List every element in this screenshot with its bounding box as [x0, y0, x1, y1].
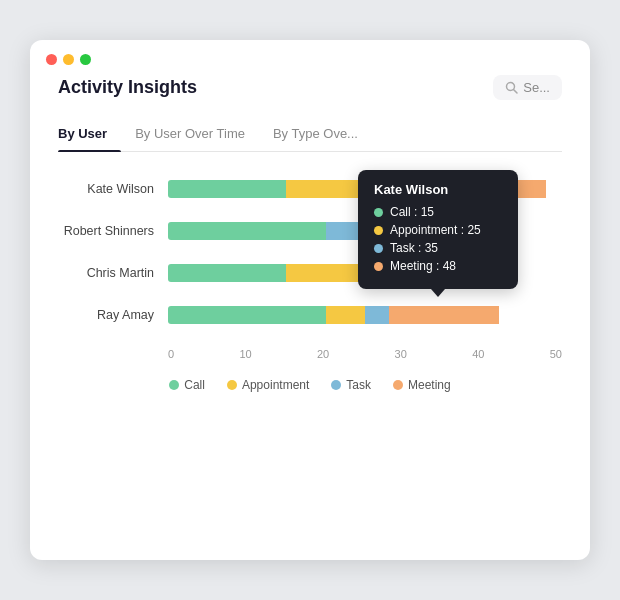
- bar-appointment-kate: [286, 180, 365, 198]
- legend-task-dot: [331, 380, 341, 390]
- bar-meeting-ray: [389, 306, 499, 324]
- tooltip-row-task: Task : 35: [374, 241, 502, 255]
- header-row: Activity Insights Se...: [58, 75, 562, 100]
- x-tick-10: 10: [239, 348, 251, 360]
- bar-call-kate: [168, 180, 286, 198]
- tab-by-user-over-time[interactable]: By User Over Time: [135, 118, 259, 151]
- close-dot[interactable]: [46, 54, 57, 65]
- search-icon: [505, 81, 518, 94]
- tab-bar: By User By User Over Time By Type Ove...: [58, 118, 562, 152]
- search-label: Se...: [523, 80, 550, 95]
- tooltip-call-label: Call : 15: [390, 205, 502, 219]
- app-window: Activity Insights Se... By User By User …: [30, 40, 590, 560]
- bar-appointment-ray: [326, 306, 365, 324]
- legend-meeting-label: Meeting: [408, 378, 451, 392]
- legend-meeting: Meeting: [393, 378, 451, 392]
- bar-call-chris: [168, 264, 286, 282]
- bar-call-robert: [168, 222, 326, 240]
- chart-legend: Call Appointment Task Meeting: [58, 378, 562, 392]
- bar-call-ray: [168, 306, 326, 324]
- tooltip-appointment-dot: [374, 226, 383, 235]
- x-tick-0: 0: [168, 348, 174, 360]
- x-axis: 0 10 20 30 40 50: [168, 348, 562, 360]
- page-title: Activity Insights: [58, 77, 197, 98]
- legend-appointment-dot: [227, 380, 237, 390]
- x-axis-labels: 0 10 20 30 40 50: [168, 348, 562, 360]
- legend-meeting-dot: [393, 380, 403, 390]
- tooltip-title: Kate Wilson: [374, 182, 502, 197]
- tooltip-meeting-dot: [374, 262, 383, 271]
- tooltip-meeting-label: Meeting : 48: [390, 259, 502, 273]
- main-content: Activity Insights Se... By User By User …: [30, 75, 590, 392]
- bar-task-ray: [365, 306, 389, 324]
- tooltip-row-call: Call : 15: [374, 205, 502, 219]
- bar-track-ray[interactable]: [168, 306, 562, 324]
- x-tick-30: 30: [395, 348, 407, 360]
- tooltip-task-label: Task : 35: [390, 241, 502, 255]
- bar-label-chris: Chris Martin: [58, 266, 168, 280]
- bar-label-ray: Ray Amay: [58, 308, 168, 322]
- legend-call-label: Call: [184, 378, 205, 392]
- x-tick-20: 20: [317, 348, 329, 360]
- legend-call: Call: [169, 378, 205, 392]
- tooltip-row-appointment: Appointment : 25: [374, 223, 502, 237]
- tooltip-row-meeting: Meeting : 48: [374, 259, 502, 273]
- legend-appointment-label: Appointment: [242, 378, 309, 392]
- bar-label-robert: Robert Shinners: [58, 224, 168, 238]
- titlebar: [30, 40, 590, 75]
- tooltip-call-dot: [374, 208, 383, 217]
- bar-label-kate: Kate Wilson: [58, 182, 168, 196]
- chart-area: Kate Wilson Call : 15 Appointment : 25 T…: [58, 180, 562, 360]
- tab-by-type[interactable]: By Type Ove...: [273, 118, 372, 151]
- legend-task: Task: [331, 378, 371, 392]
- x-tick-40: 40: [472, 348, 484, 360]
- tooltip-task-dot: [374, 244, 383, 253]
- legend-call-dot: [169, 380, 179, 390]
- tooltip: Kate Wilson Call : 15 Appointment : 25 T…: [358, 170, 518, 289]
- svg-line-1: [514, 90, 518, 94]
- tooltip-appointment-label: Appointment : 25: [390, 223, 502, 237]
- minimize-dot[interactable]: [63, 54, 74, 65]
- maximize-dot[interactable]: [80, 54, 91, 65]
- bar-row-ray: Ray Amay: [58, 306, 562, 324]
- tab-by-user[interactable]: By User: [58, 118, 121, 151]
- x-tick-50: 50: [550, 348, 562, 360]
- legend-task-label: Task: [346, 378, 371, 392]
- search-bar[interactable]: Se...: [493, 75, 562, 100]
- legend-appointment: Appointment: [227, 378, 309, 392]
